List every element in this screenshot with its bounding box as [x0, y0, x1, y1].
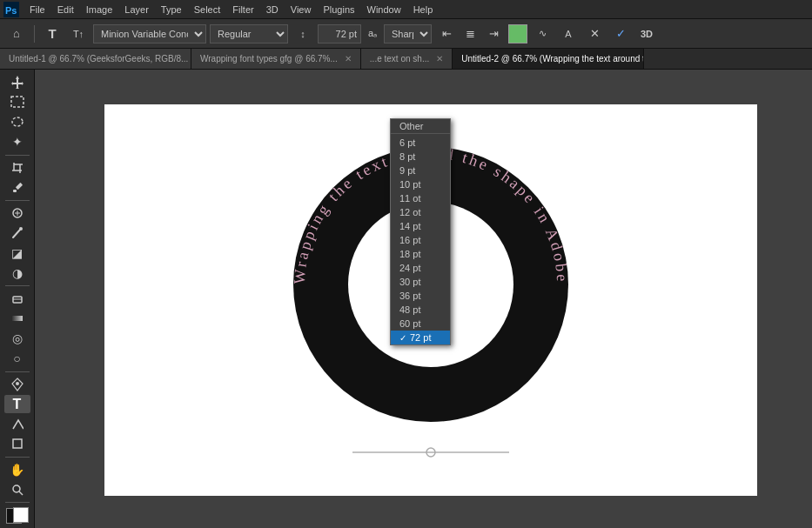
menu-window[interactable]: Window: [362, 3, 406, 17]
dropdown-size-36pt[interactable]: 36 pt: [391, 289, 450, 303]
tool-separator-4: [5, 371, 30, 372]
dropdown-size-14pt[interactable]: 14 pt: [391, 219, 450, 233]
tool-separator-3: [5, 285, 30, 286]
svg-text:Ps: Ps: [5, 5, 17, 16]
font-name-select[interactable]: Minion Variable Concept: [93, 24, 206, 43]
dodge-tool[interactable]: ○: [4, 350, 30, 368]
aa-label[interactable]: aₐ: [365, 23, 380, 45]
dropdown-size-10pt[interactable]: 10 pt: [391, 177, 450, 191]
shape-tool[interactable]: [4, 435, 30, 453]
dropdown-size-16pt[interactable]: 16 pt: [391, 233, 450, 247]
menu-plugins[interactable]: Plugins: [318, 3, 359, 17]
menu-bar: Ps File Edit Image Layer Type Select Fil…: [0, 0, 812, 19]
menu-help[interactable]: Help: [408, 3, 439, 17]
menu-3d[interactable]: 3D: [261, 3, 284, 17]
blur-tool[interactable]: ◎: [4, 330, 30, 348]
tabs-bar: Untitled-1 @ 66.7% (GeeksforGeeks, RGB/8…: [0, 49, 812, 70]
eyedropper-tool[interactable]: [4, 178, 30, 197]
menu-filter[interactable]: Filter: [227, 3, 258, 17]
menu-view[interactable]: View: [285, 3, 317, 17]
dropdown-size-72pt[interactable]: ✓ 72 pt: [391, 331, 450, 344]
text-tool-button[interactable]: T: [41, 23, 64, 45]
dropdown-size-8pt[interactable]: 8 pt: [391, 150, 450, 164]
move-tool[interactable]: [4, 73, 30, 91]
dropdown-size-6pt[interactable]: 6 pt: [391, 136, 450, 150]
text-color-swatch[interactable]: [508, 24, 527, 43]
ps-logo-icon: Ps: [3, 2, 19, 17]
dropdown-other[interactable]: Other: [391, 119, 450, 134]
tool-separator-5: [5, 457, 30, 458]
character-panel-button[interactable]: A: [557, 23, 580, 45]
tab-label-untitled2: Untitled-2 @ 66.7% (Wrapping the text ar…: [461, 54, 644, 63]
tab-close-wrapping[interactable]: ✕: [345, 54, 352, 63]
eraser-tool[interactable]: [4, 290, 30, 308]
type-tool[interactable]: T: [4, 395, 30, 413]
align-right-button[interactable]: ⇥: [482, 23, 505, 45]
pen-tool[interactable]: [4, 375, 30, 393]
tab-close-text-on-shape[interactable]: ✕: [436, 54, 443, 63]
align-left-button[interactable]: ⇤: [435, 23, 458, 45]
crop-tool[interactable]: [4, 158, 30, 177]
dropdown-size-12ot[interactable]: 12 ot: [391, 205, 450, 219]
top-toolbar: ⌂ T T↑ Minion Variable Concept Regular ↕…: [0, 19, 812, 49]
menu-image[interactable]: Image: [81, 3, 118, 17]
brush-tool[interactable]: [4, 224, 30, 243]
dropdown-size-60pt[interactable]: 60 pt: [391, 317, 450, 331]
path-select-tool[interactable]: [4, 415, 30, 433]
font-size-dropdown: Other 6 pt 8 pt 9 pt 10 pt 11 ot 12 ot 1…: [390, 118, 451, 345]
menu-file[interactable]: File: [24, 3, 50, 17]
svg-point-21: [13, 485, 20, 492]
gradient-tool[interactable]: [4, 310, 30, 328]
dropdown-size-18pt[interactable]: 18 pt: [391, 247, 450, 261]
svg-rect-20: [13, 439, 22, 448]
hand-tool[interactable]: ✋: [4, 461, 30, 479]
3d-button[interactable]: 3D: [635, 23, 658, 45]
tool-separator-2: [5, 200, 30, 201]
dropdown-size-48pt[interactable]: 48 pt: [391, 303, 450, 317]
text-warp-button[interactable]: T↑: [67, 23, 90, 45]
left-tools-panel: ✦ ◪ ◑ ◎ ○ T ✋: [0, 70, 35, 528]
dropdown-size-11ot[interactable]: 11 ot: [391, 191, 450, 205]
menu-type[interactable]: Type: [156, 3, 187, 17]
svg-point-4: [12, 117, 23, 126]
history-tool[interactable]: ◑: [4, 264, 30, 282]
align-center-button[interactable]: ≣: [459, 23, 481, 45]
tab-label-text-on-shape: ...e text on sh...: [370, 54, 429, 63]
svg-rect-3: [11, 97, 23, 107]
tab-wrapping[interactable]: Wrapping font types gfg @ 66.7%... ✕: [191, 49, 361, 70]
svg-marker-2: [11, 76, 23, 89]
svg-rect-9: [15, 182, 22, 189]
home-button[interactable]: ⌂: [5, 23, 28, 45]
clone-tool[interactable]: ◪: [4, 244, 30, 263]
tab-untitled1[interactable]: Untitled-1 @ 66.7% (GeeksforGeeks, RGB/8…: [0, 49, 191, 70]
tab-untitled2[interactable]: Untitled-2 @ 66.7% (Wrapping the text ar…: [453, 49, 644, 70]
menu-select[interactable]: Select: [189, 3, 226, 17]
tab-text-on-shape[interactable]: ...e text on sh... ✕: [361, 49, 453, 70]
confirm-transform-button[interactable]: ✓: [609, 23, 632, 45]
background-color[interactable]: [13, 507, 29, 523]
tool-separator-1: [5, 155, 30, 156]
font-size-wrapper: [318, 24, 361, 43]
transform-text-button[interactable]: ↕: [292, 23, 314, 45]
main-area: ✦ ◪ ◑ ◎ ○ T ✋: [0, 70, 812, 528]
zoom-tool[interactable]: [4, 480, 30, 498]
menu-layer[interactable]: Layer: [119, 3, 154, 17]
font-style-select[interactable]: Regular: [210, 24, 288, 43]
anti-alias-select[interactable]: Sharp Crisp Strong Smooth: [384, 24, 432, 43]
menu-edit[interactable]: Edit: [52, 3, 79, 17]
lasso-tool[interactable]: [4, 113, 30, 131]
dropdown-size-9pt[interactable]: 9 pt: [391, 164, 450, 177]
svg-point-15: [19, 227, 23, 231]
cancel-transform-button[interactable]: ✕: [583, 23, 606, 45]
dropdown-size-30pt[interactable]: 30 pt: [391, 275, 450, 289]
selection-tool[interactable]: [4, 93, 30, 111]
healing-tool[interactable]: [4, 204, 30, 223]
foreground-background-colors[interactable]: [4, 506, 30, 525]
font-size-input[interactable]: [318, 24, 361, 43]
magic-wand-tool[interactable]: ✦: [4, 133, 30, 151]
path-handles: [344, 435, 518, 470]
dropdown-size-24pt[interactable]: 24 pt: [391, 261, 450, 275]
svg-rect-10: [13, 190, 17, 192]
warp-text-button[interactable]: ∿: [531, 23, 554, 45]
svg-line-14: [13, 230, 20, 237]
